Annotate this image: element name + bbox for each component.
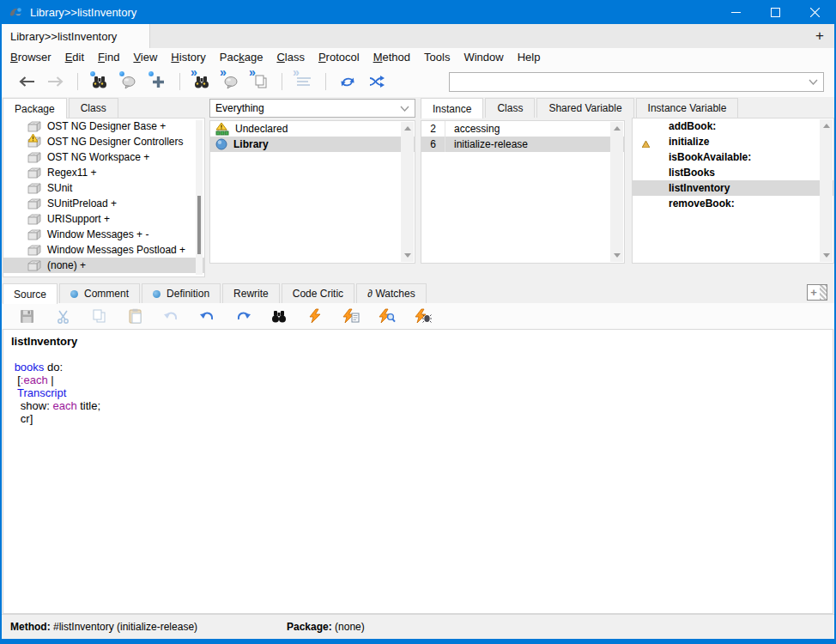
protocol-list-scrollbar[interactable] bbox=[610, 122, 623, 262]
package-item[interactable]: SUnit bbox=[3, 180, 204, 196]
tab-source[interactable]: Source bbox=[3, 283, 58, 304]
format-button[interactable]: » bbox=[292, 70, 316, 94]
splitter-button[interactable]: + bbox=[807, 284, 827, 301]
find-method-button[interactable]: » bbox=[190, 70, 214, 94]
close-button[interactable] bbox=[795, 0, 834, 24]
class-item[interactable]: Library bbox=[210, 137, 415, 152]
package-item-label: OST NG Designer Base + bbox=[47, 120, 166, 132]
shuffle-button[interactable] bbox=[365, 70, 389, 94]
package-icon bbox=[27, 229, 41, 240]
package-item[interactable]: URISupport + bbox=[3, 211, 204, 227]
find-class-button[interactable] bbox=[88, 70, 112, 94]
save-button[interactable] bbox=[15, 305, 39, 328]
new-tab-button[interactable]: + bbox=[811, 27, 828, 45]
method-item[interactable]: addBook: bbox=[633, 118, 833, 134]
tab-comment[interactable]: Comment bbox=[59, 283, 140, 303]
tab-package[interactable]: Package bbox=[3, 98, 67, 118]
package-item[interactable]: Window Messages Postload + bbox=[3, 242, 204, 258]
chevron-overlay: » bbox=[220, 66, 227, 78]
status-method-value: #listInventory (initialize-release) bbox=[51, 621, 197, 633]
blue-dot-icon bbox=[153, 290, 161, 298]
method-item[interactable]: isBookAvailable: bbox=[633, 149, 833, 165]
tab-watches[interactable]: ∂ Watches bbox=[356, 283, 427, 303]
tab-label: Source bbox=[14, 289, 46, 301]
method-item[interactable]: initialize bbox=[633, 134, 833, 149]
menu-item-class[interactable]: Class bbox=[270, 49, 312, 65]
menu-item-edit[interactable]: Edit bbox=[58, 49, 91, 65]
package-item[interactable]: SUnitPreload + bbox=[3, 196, 204, 211]
undo-button[interactable] bbox=[195, 305, 219, 328]
menu-item-view[interactable]: View bbox=[126, 49, 164, 65]
undo-all-button[interactable] bbox=[159, 305, 183, 328]
package-item[interactable]: (none) + bbox=[3, 258, 204, 273]
search-combobox[interactable] bbox=[449, 72, 824, 92]
protocol-item[interactable]: 6initialize-release bbox=[421, 137, 624, 152]
package-list-scrollbar[interactable] bbox=[196, 120, 203, 275]
menu-item-find[interactable]: Find bbox=[91, 49, 126, 65]
undo-all-icon bbox=[163, 309, 179, 324]
debug-button[interactable] bbox=[411, 305, 435, 328]
minimize-button[interactable] bbox=[716, 0, 755, 24]
display-button[interactable] bbox=[339, 305, 363, 328]
copy-button[interactable] bbox=[87, 305, 111, 328]
class-item[interactable]: Undeclared bbox=[210, 121, 415, 137]
chevron-overlay: » bbox=[293, 66, 300, 78]
menu-item-method[interactable]: Method bbox=[367, 49, 417, 65]
evaluate-button[interactable] bbox=[303, 305, 327, 328]
menu-item-browser[interactable]: Browser bbox=[3, 49, 58, 65]
class-list-scrollbar[interactable] bbox=[401, 122, 414, 262]
class-filter-combobox[interactable]: Everything bbox=[209, 99, 415, 118]
protocol-item[interactable]: 2accessing bbox=[421, 121, 624, 137]
tab-shared-variable[interactable]: Shared Variable bbox=[536, 98, 633, 118]
method-item[interactable]: listBooks bbox=[633, 165, 833, 180]
menu-item-window[interactable]: Window bbox=[457, 49, 510, 65]
package-list: OST NG Designer Base +OST NG Designer Co… bbox=[3, 118, 205, 277]
method-item[interactable]: listInventory bbox=[633, 180, 833, 196]
document-tab[interactable]: Library>>listInventory bbox=[2, 24, 150, 48]
new-class-button[interactable] bbox=[146, 70, 170, 94]
package-item[interactable]: OST NG Designer Base + bbox=[3, 118, 204, 134]
package-item[interactable]: Window Messages + - bbox=[3, 227, 204, 242]
undeclared-icon bbox=[215, 123, 229, 136]
tab-class[interactable]: Class bbox=[69, 98, 118, 118]
package-item[interactable]: Regex11 + bbox=[3, 165, 204, 180]
menu-item-tools[interactable]: Tools bbox=[417, 49, 457, 65]
cut-button[interactable] bbox=[51, 305, 75, 328]
package-icon bbox=[27, 214, 41, 225]
maximize-button[interactable] bbox=[755, 0, 795, 24]
category-pane-tabs: InstanceClassShared VariableInstance Var… bbox=[421, 98, 740, 118]
method-list-scrollbar[interactable] bbox=[820, 119, 833, 262]
document-tab-strip: Library>>listInventory + bbox=[2, 24, 834, 48]
tab-definition[interactable]: Definition bbox=[142, 283, 221, 303]
redo-button[interactable] bbox=[231, 305, 255, 328]
menu-item-package[interactable]: Package bbox=[213, 49, 270, 65]
package-item[interactable]: OST NG Designer Controllers bbox=[3, 134, 204, 149]
forward-button[interactable] bbox=[44, 70, 68, 94]
find-button[interactable] bbox=[267, 305, 291, 328]
back-button[interactable] bbox=[15, 70, 39, 94]
menu-item-protocol[interactable]: Protocol bbox=[312, 49, 367, 65]
source-editor[interactable]: listInventory books do: [:each | Transcr… bbox=[3, 329, 833, 614]
inspect-button[interactable] bbox=[375, 305, 399, 328]
debug-icon bbox=[415, 308, 432, 324]
method-item[interactable]: removeBook: bbox=[633, 196, 833, 211]
menu-item-history[interactable]: History bbox=[164, 49, 212, 65]
paste-button[interactable] bbox=[123, 305, 147, 328]
scrollbar-thumb[interactable] bbox=[197, 196, 201, 254]
tab-class[interactable]: Class bbox=[485, 98, 535, 118]
menu-item-help[interactable]: Help bbox=[511, 49, 548, 65]
copy-method-button[interactable]: » bbox=[248, 70, 272, 94]
tab-instance-variable[interactable]: Instance Variable bbox=[636, 98, 739, 118]
save-icon bbox=[20, 309, 34, 324]
tab-code-critic[interactable]: Code Critic bbox=[282, 283, 354, 303]
tab-label: Comment bbox=[84, 288, 129, 300]
package-item-label: Window Messages + - bbox=[47, 228, 148, 240]
browser-window: Library>>listInventory Library>>listInve… bbox=[0, 0, 836, 644]
tab-rewrite[interactable]: Rewrite bbox=[222, 283, 280, 303]
tab-instance[interactable]: Instance bbox=[421, 98, 483, 118]
browse-method-button[interactable]: » bbox=[219, 70, 243, 94]
swap-history-button[interactable] bbox=[336, 70, 360, 94]
scroll-up-icon bbox=[404, 126, 411, 131]
package-item[interactable]: OST NG Workspace + bbox=[3, 149, 204, 165]
browse-class-button[interactable] bbox=[117, 70, 141, 94]
